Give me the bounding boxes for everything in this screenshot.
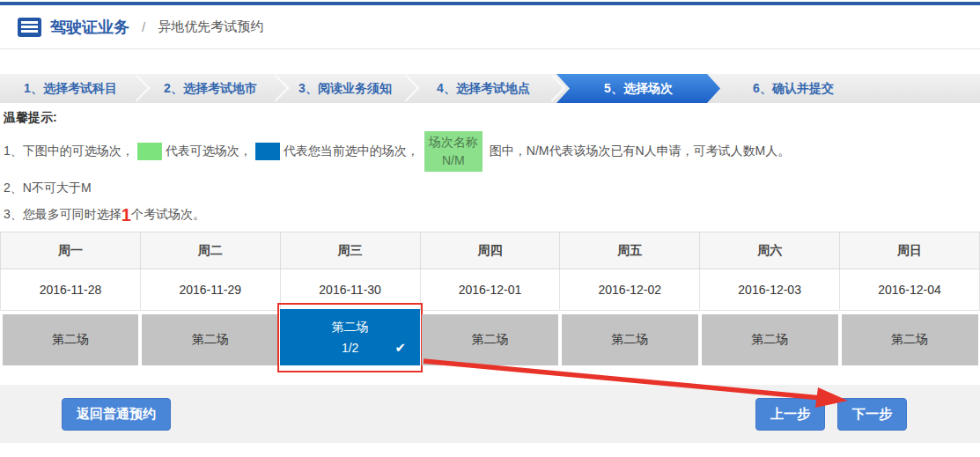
tips-heading: 温馨提示:: [4, 110, 976, 126]
step-2[interactable]: 2、选择考试地市: [141, 74, 280, 103]
nav-button-group: 上一步 下一步: [755, 398, 907, 431]
previous-step-button[interactable]: 上一步: [755, 398, 825, 431]
header: 驾驶证业务 / 异地优先考试预约: [0, 5, 980, 49]
col-saturday: 周六: [700, 232, 840, 269]
session-cell-saturday[interactable]: 第二场: [702, 314, 838, 365]
check-icon: ✔: [394, 340, 406, 356]
page-title: 驾驶证业务: [50, 17, 129, 38]
step-6-label: 6、确认并提交: [753, 81, 834, 97]
session-label: 第二场: [891, 332, 928, 348]
step-4-label: 4、选择考试地点: [437, 81, 530, 97]
date-cell: 2016-12-04: [840, 269, 980, 311]
step-2-label: 2、选择考试地市: [164, 81, 257, 97]
step-5-label: 5、选择场次: [604, 81, 673, 97]
page: 驾驶证业务 / 异地优先考试预约 1、选择考试科目 2、选择考试地市 3、阅读业…: [0, 0, 980, 457]
tip-line-1: 1、下图中的可选场次， 代表可选场次， 代表您当前选中的场次， 场次名称 N/M…: [4, 131, 976, 172]
step-bar-filler: [866, 74, 980, 103]
tip3-suffix: 个考试场次。: [131, 207, 205, 223]
session-cell-monday[interactable]: 第二场: [3, 314, 139, 365]
step-1-label: 1、选择考试科目: [24, 81, 117, 97]
session-label: 第二场: [751, 332, 788, 348]
session-label: 第二场: [471, 332, 508, 348]
weekday-header-row: 周一 周二 周三 周四 周五 周六 周日: [1, 232, 980, 269]
session-cell-sunday[interactable]: 第二场: [842, 314, 978, 365]
date-row: 2016-11-28 2016-11-29 2016-11-30 2016-12…: [1, 269, 980, 311]
date-cell: 2016-12-03: [700, 269, 840, 311]
date-cell: 2016-12-01: [420, 269, 560, 311]
step-5-active[interactable]: 5、选择场次: [556, 74, 720, 103]
list-icon: [18, 18, 41, 37]
max-select-count: 1: [122, 207, 131, 223]
date-cell: 2016-11-29: [140, 269, 280, 311]
session-cell-friday[interactable]: 第二场: [562, 314, 698, 365]
date-cell: 2016-11-30: [280, 269, 420, 311]
date-cell: 2016-12-02: [560, 269, 700, 311]
legend-session-ratio: N/M: [442, 151, 465, 170]
session-capacity: 1/2: [342, 341, 358, 355]
tip1-text-2: 代表可选场次，: [166, 144, 252, 159]
session-label: 第二场: [332, 320, 369, 335]
tip3-prefix: 3、您最多可同时选择: [4, 207, 122, 223]
schedule-table: 周一 周二 周三 周四 周五 周六 周日 2016-11-28 2016-11-…: [0, 232, 980, 365]
tip1-text-1: 1、下图中的可选场次，: [4, 144, 134, 159]
session-cell-thursday[interactable]: 第二场: [422, 314, 558, 365]
step-3[interactable]: 3、阅读业务须知: [280, 74, 410, 103]
session-legend-box: 场次名称 N/M: [424, 131, 483, 172]
tip1-text-4: 图中，N/M代表该场次已有N人申请，可考试人数M人。: [490, 144, 790, 159]
legend-session-name: 场次名称: [429, 133, 478, 151]
tips-section: 温馨提示: 1、下图中的可选场次， 代表可选场次， 代表您当前选中的场次， 场次…: [0, 103, 980, 223]
session-capacity-row: 1/2 ✔: [280, 341, 420, 355]
session-label: 第二场: [52, 332, 89, 348]
selected-swatch-icon: [255, 143, 280, 160]
step-tabs: 1、选择考试科目 2、选择考试地市 3、阅读业务须知 4、选择考试地点 5、选择…: [0, 74, 980, 103]
step-1[interactable]: 1、选择考试科目: [0, 74, 141, 103]
selection-highlight-outline: [277, 303, 423, 372]
step-4[interactable]: 4、选择考试地点: [410, 74, 556, 103]
tip-line-2: 2、N不可大于M: [4, 181, 976, 196]
date-cell: 2016-11-28: [1, 269, 141, 311]
session-label: 第二场: [611, 332, 648, 348]
session-cell-wednesday-selected[interactable]: 第二场 1/2 ✔: [280, 309, 420, 365]
tip-line-3: 3、您最多可同时选择 1 个考试场次。: [4, 207, 976, 223]
col-thursday: 周四: [420, 232, 560, 269]
tip1-text-3: 代表您当前选中的场次，: [284, 144, 419, 159]
col-monday: 周一: [1, 232, 141, 269]
breadcrumb-separator: /: [142, 19, 145, 34]
step-6[interactable]: 6、确认并提交: [720, 74, 866, 103]
session-row: 第二场 第二场 第二场 1/2 ✔ 第二场 第二场 第二场 第二场: [1, 311, 980, 366]
available-swatch-icon: [137, 143, 162, 160]
col-tuesday: 周二: [140, 232, 280, 269]
step-3-label: 3、阅读业务须知: [298, 81, 392, 97]
next-step-button[interactable]: 下一步: [837, 398, 907, 431]
col-friday: 周五: [560, 232, 700, 269]
session-label: 第二场: [192, 332, 229, 348]
footer-bar: 返回普通预约 上一步 下一步: [0, 385, 980, 443]
session-cell-tuesday[interactable]: 第二场: [142, 314, 278, 365]
col-wednesday: 周三: [280, 232, 420, 269]
back-to-normal-booking-button[interactable]: 返回普通预约: [62, 398, 171, 431]
breadcrumb-current: 异地优先考试预约: [158, 18, 263, 35]
col-sunday: 周日: [840, 232, 980, 269]
